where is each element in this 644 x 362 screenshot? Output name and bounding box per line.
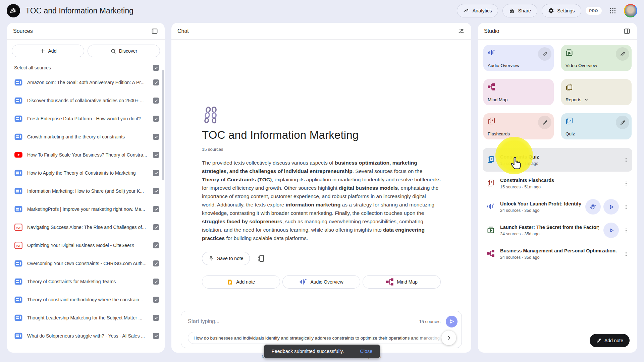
source-title: Thought Leadership Marketing for the Sub…	[27, 315, 149, 320]
save-to-note-button[interactable]: Save to note	[202, 252, 250, 265]
edit-button[interactable]	[538, 116, 551, 129]
source-checkbox[interactable]	[153, 188, 159, 194]
source-row[interactable]: PDFOptimizing Your Digital Business Mode…	[7, 236, 165, 254]
source-checkbox[interactable]	[153, 333, 159, 339]
next-suggestion-button[interactable]	[441, 330, 456, 345]
chat-settings-tune-icon[interactable]	[457, 27, 465, 35]
collapse-panel-icon[interactable]	[151, 27, 159, 35]
studio-cards: Audio OverviewVideo OverviewMind MapRepo…	[478, 40, 637, 145]
video-icon	[487, 226, 495, 235]
source-checkbox[interactable]	[153, 206, 159, 212]
source-checkbox[interactable]	[153, 315, 159, 321]
feedback-toast: Feedback submitted successfully. Close	[264, 345, 380, 358]
source-row[interactable]: How to Apply the Theory of Constraints t…	[7, 164, 165, 182]
web-source-icon	[14, 187, 23, 195]
interactive-mode-button[interactable]	[585, 199, 601, 215]
studio-item-meta: 15 sources · 51m ago	[500, 185, 617, 189]
more-options-icon[interactable]	[622, 178, 630, 188]
source-row[interactable]: MarketingProfs | Improve your marketing …	[7, 200, 165, 218]
add-source-button[interactable]: Add	[12, 45, 84, 57]
more-options-icon[interactable]	[622, 155, 630, 165]
discover-sources-button[interactable]: Discover	[88, 45, 160, 57]
lock-icon	[509, 8, 515, 14]
studio-card-quiz[interactable]: ?Quiz	[561, 113, 632, 139]
source-row[interactable]: Fresh Enterprise Data Platform - How wou…	[7, 110, 165, 128]
studio-card-video-overview[interactable]: Video Overview	[561, 45, 632, 71]
chains-emoji	[203, 107, 219, 124]
source-checkbox[interactable]	[153, 116, 159, 122]
source-checkbox[interactable]	[153, 297, 159, 303]
share-button[interactable]: Share	[502, 4, 537, 17]
audio-overview-button[interactable]: Audio Overview	[282, 275, 361, 289]
studio-item-meta: 24 sources · 35d ago	[500, 232, 599, 236]
play-button[interactable]	[603, 223, 619, 238]
chat-input[interactable]: Start typing...	[188, 318, 419, 324]
source-checkbox[interactable]	[153, 242, 159, 248]
edit-button[interactable]	[616, 116, 629, 129]
source-row[interactable]: Thought Leadership Marketing for the Sub…	[7, 309, 165, 327]
studio-card-reports[interactable]: Reports	[561, 79, 632, 105]
studio-item[interactable]: Business Management and Personal Optimiz…	[483, 242, 632, 265]
select-all-checkbox[interactable]	[153, 65, 159, 71]
audio-icon	[487, 202, 495, 211]
avatar-photo	[625, 5, 636, 16]
source-row[interactable]: Discover thousands of collaborative arti…	[7, 92, 165, 110]
mind-map-button[interactable]: Mind Map	[363, 275, 441, 289]
chevron-down-icon[interactable]	[584, 97, 589, 102]
analytics-button[interactable]: Analytics	[457, 4, 498, 17]
more-options-icon[interactable]	[622, 225, 630, 235]
studio-item[interactable]: Unlock Your Launch Profit: Identifying..…	[483, 195, 632, 219]
flashcards-icon	[487, 179, 495, 188]
suggested-question-chip[interactable]: How do businesses and individuals identi…	[188, 332, 455, 344]
source-checkbox[interactable]	[153, 224, 159, 230]
studio-item-title: Launch Faster: The Secret from the Facto…	[500, 225, 599, 230]
toast-close-button[interactable]: Close	[356, 346, 376, 357]
source-row[interactable]: How To Finally Scale Your Business? Theo…	[7, 146, 165, 164]
web-source-icon	[14, 331, 23, 340]
source-row[interactable]: Information Marketing: How to Share (and…	[7, 182, 165, 200]
select-all-label: Select all sources	[14, 65, 51, 70]
edit-button[interactable]	[538, 47, 551, 61]
play-button[interactable]	[603, 199, 619, 215]
source-checkbox[interactable]	[153, 79, 159, 85]
studio-card-audio-overview[interactable]: Audio Overview	[483, 45, 554, 71]
apps-grid-icon[interactable]	[606, 4, 620, 17]
send-button[interactable]	[446, 316, 458, 327]
source-row[interactable]: Amazon.com: The Goal: 40th Anniversary E…	[7, 73, 165, 92]
discover-sparkle-search-icon	[110, 48, 116, 54]
copy-to-note-icon[interactable]	[257, 254, 265, 263]
source-title: Discover thousands of collaborative arti…	[27, 98, 149, 103]
source-title: Growth marketing and the theory of const…	[27, 134, 149, 139]
settings-button[interactable]: Settings	[542, 4, 581, 17]
notebooklm-logo-icon[interactable]	[7, 4, 20, 17]
collapse-panel-icon[interactable]	[623, 27, 631, 35]
more-options-icon[interactable]	[622, 249, 630, 259]
source-checkbox[interactable]	[153, 152, 159, 158]
source-checkbox[interactable]	[153, 260, 159, 266]
studio-item[interactable]: ?Constraints Quiz15 sources · 1m ago	[483, 148, 632, 172]
source-checkbox[interactable]	[153, 279, 159, 285]
source-row[interactable]: Theory of constraint methodology where t…	[7, 291, 165, 309]
input-sources-count: 15 sources	[419, 319, 440, 324]
add-note-button[interactable]: Add note	[590, 334, 630, 347]
web-source-icon	[14, 114, 23, 123]
studio-card-mind-map[interactable]: Mind Map	[483, 79, 554, 105]
edit-button[interactable]	[616, 47, 629, 61]
studio-items-list: ?Constraints Quiz15 sources · 1m agoCons…	[478, 145, 637, 269]
source-checkbox[interactable]	[153, 170, 159, 176]
source-row[interactable]: PDFNavigating Success Alone: The Rise an…	[7, 218, 165, 236]
more-options-icon[interactable]	[622, 202, 630, 212]
source-row[interactable]: What do Solopreneurs struggle with? - Ye…	[7, 327, 165, 345]
sources-scrollbar[interactable]	[162, 70, 164, 180]
add-note-button[interactable]: Add note	[202, 275, 280, 289]
studio-item[interactable]: Launch Faster: The Secret from the Facto…	[483, 219, 632, 242]
source-row[interactable]: Theory of Constraints for Marketing Team…	[7, 273, 165, 291]
studio-item[interactable]: Constraints Flashcards15 sources · 51m a…	[483, 172, 632, 195]
source-checkbox[interactable]	[153, 134, 159, 140]
source-title: MarketingProfs | Improve your marketing …	[27, 206, 149, 212]
source-row[interactable]: Overcoming Your Own Constraints - CHRISG…	[7, 254, 165, 273]
studio-card-flashcards[interactable]: Flashcards	[483, 113, 554, 139]
source-row[interactable]: Growth marketing and the theory of const…	[7, 128, 165, 146]
source-checkbox[interactable]	[153, 98, 159, 104]
user-avatar[interactable]	[624, 4, 637, 17]
